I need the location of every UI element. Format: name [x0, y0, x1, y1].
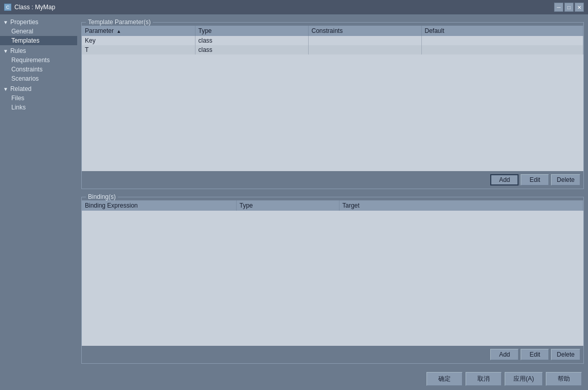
sort-arrow-icon: ▲ [116, 29, 121, 34]
title-bar: C Class : MyMap ─ □ ✕ [0, 0, 588, 14]
sidebar-item-scenarios[interactable]: Scenarios [0, 74, 77, 83]
sidebar-group-properties[interactable]: ▼ Properties [0, 17, 77, 27]
sidebar-group-rules-label: Rules [10, 47, 26, 54]
window-controls: ─ □ ✕ [554, 3, 584, 12]
sidebar-section-rules: ▼ Rules Requirements Constraints Scenari… [0, 46, 77, 83]
sidebar-item-general[interactable]: General [0, 27, 77, 36]
cancel-button[interactable]: 取消 [466, 372, 502, 386]
table-row[interactable]: T class [82, 45, 583, 54]
cell-parameter: T [82, 45, 195, 54]
template-parameters-panel: Template Parameter(s) Parameter ▲ Type [81, 18, 584, 189]
arrow-icon-rules: ▼ [3, 48, 8, 54]
confirm-button[interactable]: 确定 [426, 372, 462, 386]
close-button[interactable]: ✕ [575, 3, 584, 12]
right-panel: Template Parameter(s) Parameter ▲ Type [77, 14, 588, 368]
bindings-buttons: Add Edit Delete [82, 346, 583, 363]
cell-constraints [308, 45, 421, 54]
bindings-header-row: Binding Expression Type Target [82, 200, 583, 211]
bindings-legend: Binding(s) [86, 193, 118, 200]
tp-add-button[interactable]: Add [490, 174, 519, 185]
cell-type: class [195, 36, 308, 45]
col-constraints[interactable]: Constraints [308, 26, 421, 36]
cell-default [421, 36, 583, 45]
template-parameters-table: Parameter ▲ Type Constraints Default [82, 26, 583, 54]
arrow-icon-related: ▼ [3, 86, 8, 92]
bindings-table: Binding Expression Type Target [82, 200, 583, 211]
sidebar-section-related: ▼ Related Files Links [0, 84, 77, 112]
cell-type: class [195, 45, 308, 54]
help-button[interactable]: 帮助 [546, 372, 582, 386]
sidebar-section-properties: ▼ Properties General Templates [0, 17, 77, 45]
col-binding-expression[interactable]: Binding Expression [82, 200, 236, 211]
sidebar-item-requirements[interactable]: Requirements [0, 55, 77, 65]
window-title: Class : MyMap [14, 4, 55, 11]
sidebar-group-related[interactable]: ▼ Related [0, 84, 77, 94]
b-edit-button[interactable]: Edit [521, 349, 549, 360]
col-binding-type[interactable]: Type [236, 200, 339, 211]
tp-edit-button[interactable]: Edit [521, 174, 549, 185]
sidebar-item-constraints[interactable]: Constraints [0, 65, 77, 74]
sidebar: ▼ Properties General Templates ▼ Rules R… [0, 14, 77, 368]
bindings-table-container: Binding Expression Type Target [82, 200, 583, 346]
table-row[interactable]: Key class [82, 36, 583, 45]
bindings-panel: Binding(s) Binding Expression Type Ta [81, 193, 584, 364]
sidebar-item-links[interactable]: Links [0, 103, 77, 112]
sidebar-group-properties-label: Properties [10, 18, 39, 26]
tp-delete-button[interactable]: Delete [551, 174, 580, 185]
cell-constraints [308, 36, 421, 45]
window-icon: C [4, 4, 11, 11]
minimize-button[interactable]: ─ [554, 3, 563, 12]
b-add-button[interactable]: Add [490, 349, 519, 360]
col-default[interactable]: Default [421, 26, 583, 36]
col-type[interactable]: Type [195, 26, 308, 36]
b-delete-button[interactable]: Delete [551, 349, 580, 360]
template-parameters-buttons: Add Edit Delete [82, 171, 583, 189]
sidebar-group-rules[interactable]: ▼ Rules [0, 46, 77, 55]
col-binding-target[interactable]: Target [339, 200, 583, 211]
maximize-button[interactable]: □ [564, 3, 574, 12]
sidebar-item-files[interactable]: Files [0, 94, 77, 103]
sidebar-group-related-label: Related [10, 85, 31, 92]
arrow-icon: ▼ [3, 20, 8, 25]
main-content: ▼ Properties General Templates ▼ Rules R… [0, 14, 588, 368]
template-parameters-header-row: Parameter ▲ Type Constraints Default [82, 26, 583, 36]
template-parameters-legend: Template Parameter(s) [86, 18, 153, 26]
apply-button[interactable]: 应用(A) [505, 372, 543, 386]
bottom-bar: 确定 取消 应用(A) 帮助 [0, 368, 588, 390]
cell-parameter: Key [82, 36, 195, 45]
sidebar-item-templates[interactable]: Templates [0, 36, 77, 45]
cell-default [421, 45, 583, 54]
col-parameter[interactable]: Parameter ▲ [82, 26, 195, 36]
template-parameters-table-container: Parameter ▲ Type Constraints Default [82, 26, 583, 171]
